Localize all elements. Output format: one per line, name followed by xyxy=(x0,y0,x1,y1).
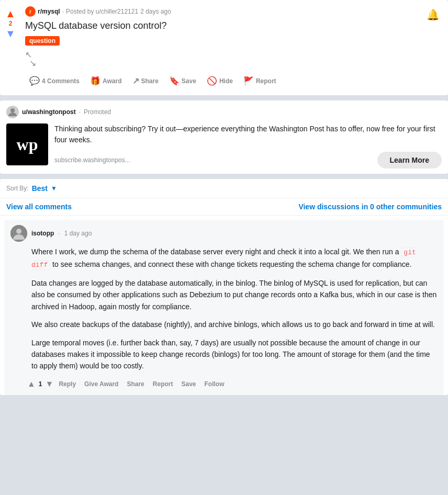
hide-icon: 🚫 xyxy=(207,76,217,86)
comment-vote-count: 1 xyxy=(39,380,42,388)
ad-url: subscribe.washingtonpos... xyxy=(54,156,130,164)
award-icon: 🎁 xyxy=(90,76,100,86)
ad-username[interactable]: u/washingtonpost xyxy=(22,108,76,116)
sort-label: Sort By: xyxy=(6,185,29,192)
notification-bell-button[interactable]: 🔔 xyxy=(427,8,440,21)
comment-save-button[interactable]: Save xyxy=(178,378,199,390)
post-tag[interactable]: question xyxy=(25,36,60,46)
sort-chevron-icon[interactable]: ▼ xyxy=(51,185,57,192)
vote-up-icon[interactable]: ▲ xyxy=(5,8,16,19)
subreddit-icon: r xyxy=(25,6,36,17)
post-time: 2 days ago xyxy=(140,8,171,15)
comment-avatar xyxy=(10,225,27,242)
share-label: Share xyxy=(141,77,159,85)
award-button[interactable]: 🎁 Award xyxy=(86,73,126,89)
comment-reply-button[interactable]: Reply xyxy=(55,378,79,390)
learn-more-button[interactable]: Learn More xyxy=(377,152,442,168)
share-icon: ↗ xyxy=(132,76,139,86)
award-label: Award xyxy=(103,77,121,85)
report-label: Report xyxy=(256,77,276,85)
comment-time: · xyxy=(58,230,60,237)
share-button[interactable]: ↗ Share xyxy=(128,73,163,89)
ad-card: u/washingtonpost · Promoted wp Thinking … xyxy=(0,100,448,174)
comment-time-ago: 1 day ago xyxy=(64,230,92,237)
post-byline: Posted by u/chiller212121 xyxy=(66,8,138,15)
comment-paragraph-1: Where I work, we dump the schema of the … xyxy=(31,246,438,271)
comment-vote-up-icon[interactable]: ▲ xyxy=(27,379,36,389)
ad-description: Thinking about subscribing? Try it out—e… xyxy=(54,123,442,145)
comment-username[interactable]: isotopp xyxy=(31,230,54,237)
ad-promoted-label: Promoted xyxy=(84,108,111,116)
post-actions: 💬 4 Comments 🎁 Award ↗ Share 🔖 Save 🚫 xyxy=(25,73,440,89)
sort-value[interactable]: Best xyxy=(32,184,48,193)
ad-separator: · xyxy=(79,108,81,116)
save-label: Save xyxy=(182,77,196,85)
ad-body: wp Thinking about subscribing? Try it ou… xyxy=(6,123,442,168)
ad-meta: u/washingtonpost · Promoted xyxy=(6,106,442,118)
comment-share-button[interactable]: Share xyxy=(124,378,147,390)
comments-button[interactable]: 💬 4 Comments xyxy=(25,73,84,89)
view-bar: View all comments View discussions in 0 … xyxy=(0,198,448,216)
ad-footer: subscribe.washingtonpos... Learn More xyxy=(54,152,442,168)
ad-logo: wp xyxy=(6,123,48,165)
comment-body: Where I work, we dump the schema of the … xyxy=(10,246,438,372)
vote-count: 2 xyxy=(9,20,13,27)
vote-down-icon[interactable]: ▼ xyxy=(5,28,16,39)
subreddit-name[interactable]: r/mysql xyxy=(38,8,60,15)
report-icon: 🚩 xyxy=(243,76,254,86)
svg-point-1 xyxy=(10,108,15,113)
code-inline-gitdiff: git diff xyxy=(31,248,416,270)
report-button[interactable]: 🚩 Report xyxy=(239,73,281,89)
hide-label: Hide xyxy=(219,77,233,85)
comment-actions: ▲ 1 ▼ Reply Give Award Share Report Save… xyxy=(10,378,438,390)
comment-thread: isotopp · 1 day ago Where I work, we dum… xyxy=(4,220,444,395)
view-discussions-link[interactable]: View discussions in 0 other communities xyxy=(298,203,442,211)
comment-follow-button[interactable]: Follow xyxy=(201,378,228,390)
comments-icon: 💬 xyxy=(29,76,40,86)
expand-icon[interactable]: ↖ ↘ xyxy=(25,51,440,68)
comment-paragraph-4: Large temporal moves (i.e. further back … xyxy=(31,337,438,372)
svg-point-3 xyxy=(16,229,21,234)
meta-separator: · xyxy=(62,8,64,15)
ad-text: Thinking about subscribing? Try it out—e… xyxy=(54,123,442,168)
comments-card: Sort By: Best ▼ View all comments View d… xyxy=(0,179,448,395)
bell-icon: 🔔 xyxy=(427,9,440,20)
comment-report-button[interactable]: Report xyxy=(150,378,176,390)
post-meta: r r/mysql · Posted by u/chiller212121 2 … xyxy=(25,6,440,17)
comment-give-award-button[interactable]: Give Award xyxy=(81,378,121,390)
comment-header: isotopp · 1 day ago xyxy=(10,225,438,242)
save-icon: 🔖 xyxy=(169,76,180,86)
ad-avatar xyxy=(6,106,19,118)
comment-paragraph-2: Data changes are logged by the database … xyxy=(31,277,438,312)
hide-button[interactable]: 🚫 Hide xyxy=(203,73,237,89)
comments-label: 4 Comments xyxy=(42,77,80,85)
save-button[interactable]: 🔖 Save xyxy=(165,73,200,89)
comment-vote-down-icon[interactable]: ▼ xyxy=(46,379,54,389)
ad-logo-text: wp xyxy=(17,135,38,154)
post-title: MySQL database version control? xyxy=(25,20,440,32)
comment-paragraph-3: We also create backups of the database (… xyxy=(31,319,438,330)
view-all-comments-link[interactable]: View all comments xyxy=(6,203,72,211)
sort-bar: Sort By: Best ▼ xyxy=(0,179,448,198)
